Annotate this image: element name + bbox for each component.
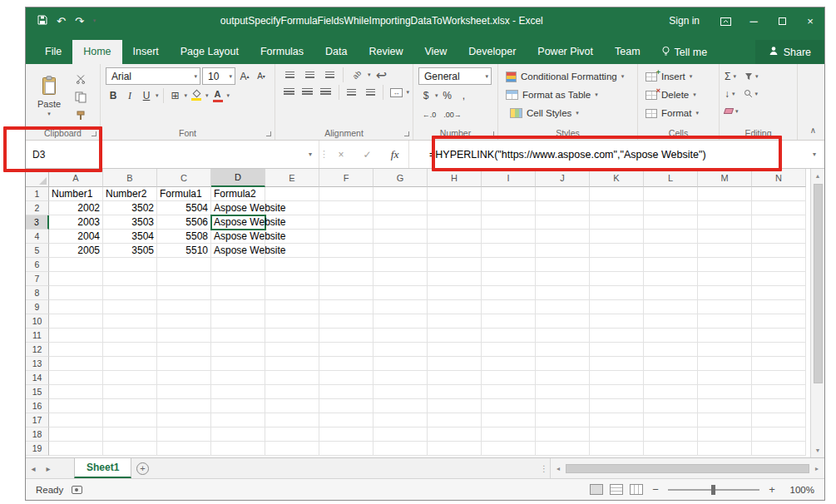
accounting-format-button[interactable]: $ [418, 87, 433, 104]
tab-formulas[interactable]: Formulas [250, 40, 314, 64]
row-header-16[interactable]: 16 [26, 399, 49, 413]
cell-A19[interactable] [49, 442, 103, 456]
cell-L8[interactable] [644, 286, 698, 300]
cell-G14[interactable] [373, 371, 428, 385]
cell-I17[interactable] [482, 413, 536, 427]
cell-L6[interactable] [644, 258, 698, 272]
formula-bar-splitter[interactable]: ⋮ [319, 141, 329, 168]
zoom-slider-thumb[interactable] [711, 485, 715, 495]
cell-K12[interactable] [590, 343, 644, 357]
font-color-button[interactable]: A [210, 87, 225, 104]
tab-file[interactable]: File [34, 40, 72, 64]
cell-J3[interactable] [536, 215, 590, 230]
cell-B7[interactable] [103, 272, 157, 286]
cell-I5[interactable] [482, 244, 536, 258]
cell-E19[interactable] [265, 442, 319, 456]
cell-L7[interactable] [644, 272, 698, 286]
share-button[interactable]: Share [755, 40, 824, 64]
cell-G6[interactable] [373, 258, 428, 272]
cell-F18[interactable] [319, 427, 373, 442]
italic-button[interactable]: I [122, 87, 137, 104]
delete-cells-button[interactable]: × Delete ▾ [643, 86, 715, 104]
cell-C8[interactable] [157, 286, 211, 300]
column-header-C[interactable]: C [157, 169, 211, 187]
cell-C9[interactable] [157, 300, 211, 314]
tell-me-button[interactable]: Tell me [651, 40, 718, 64]
cell-M3[interactable] [698, 215, 752, 230]
cell-H1[interactable] [428, 187, 482, 201]
cell-F5[interactable] [319, 244, 373, 258]
cell-H17[interactable] [428, 413, 482, 427]
format-cells-button[interactable]: Format ▾ [643, 104, 715, 122]
cell-L12[interactable] [644, 343, 698, 357]
cell-B18[interactable] [103, 427, 157, 442]
column-header-D[interactable]: D [211, 169, 265, 187]
cell-M14[interactable] [698, 371, 752, 385]
cell-D15[interactable] [211, 385, 265, 399]
cell-E6[interactable] [265, 258, 319, 272]
tab-home[interactable]: Home [72, 40, 121, 64]
cell-D9[interactable] [211, 300, 265, 314]
zoom-in-button[interactable]: + [766, 483, 778, 496]
cell-H14[interactable] [428, 371, 482, 385]
cell-E16[interactable] [265, 399, 319, 413]
tab-team[interactable]: Team [604, 40, 651, 64]
row-header-8[interactable]: 8 [26, 286, 49, 300]
column-header-J[interactable]: J [536, 169, 590, 187]
cell-C12[interactable] [157, 343, 211, 357]
cell-J5[interactable] [536, 244, 590, 258]
view-page-layout-icon[interactable] [610, 484, 623, 495]
cell-M2[interactable] [698, 201, 752, 215]
cell-L13[interactable] [644, 357, 698, 371]
cell-L5[interactable] [644, 244, 698, 258]
cell-D4[interactable]: Aspose Website [211, 230, 265, 244]
cell-K16[interactable] [590, 399, 644, 413]
row-header-14[interactable]: 14 [26, 371, 49, 385]
cell-H5[interactable] [428, 244, 482, 258]
cell-A7[interactable] [49, 272, 103, 286]
cell-L11[interactable] [644, 329, 698, 343]
cell-F2[interactable] [319, 201, 373, 215]
cell-L17[interactable] [644, 413, 698, 427]
cut-button[interactable] [72, 72, 90, 86]
cell-E15[interactable] [265, 385, 319, 399]
dropdown-icon[interactable]: ▾ [205, 92, 209, 99]
cell-N8[interactable] [752, 286, 806, 300]
dropdown-icon[interactable]: ▾ [435, 92, 438, 99]
cell-J1[interactable] [536, 187, 590, 201]
zoom-level[interactable]: 100% [784, 485, 814, 495]
align-right-button[interactable] [318, 85, 334, 100]
cell-B19[interactable] [103, 442, 157, 456]
cell-J10[interactable] [536, 314, 590, 329]
tab-review[interactable]: Review [358, 40, 413, 64]
row-header-10[interactable]: 10 [26, 314, 49, 329]
cell-I11[interactable] [482, 329, 536, 343]
cell-B1[interactable]: Number2 [103, 187, 157, 201]
cell-C11[interactable] [157, 329, 211, 343]
cell-L4[interactable] [644, 230, 698, 244]
column-header-I[interactable]: I [482, 169, 536, 187]
cell-G15[interactable] [373, 385, 428, 399]
format-as-table-button[interactable]: Format as Table ▾ [503, 86, 634, 104]
cell-D17[interactable] [211, 413, 265, 427]
dropdown-icon[interactable]: ▾ [368, 72, 371, 78]
tab-scroll-splitter[interactable]: ⋮ [538, 458, 550, 478]
align-center-button[interactable] [299, 85, 315, 100]
column-header-F[interactable]: F [319, 169, 373, 187]
cell-G11[interactable] [373, 329, 428, 343]
cell-B11[interactable] [103, 329, 157, 343]
cell-J16[interactable] [536, 399, 590, 413]
cell-C18[interactable] [157, 427, 211, 442]
underline-button[interactable]: U [139, 87, 154, 104]
row-header-19[interactable]: 19 [26, 442, 49, 456]
cell-C1[interactable]: Formula1 [157, 187, 211, 201]
cell-D13[interactable] [211, 357, 265, 371]
find-select-button[interactable]: ▾ [744, 89, 759, 98]
cell-E13[interactable] [265, 357, 319, 371]
cell-J17[interactable] [536, 413, 590, 427]
tab-developer[interactable]: Developer [458, 40, 527, 64]
cell-F11[interactable] [319, 329, 373, 343]
alignment-dialog-launcher-icon[interactable] [404, 131, 409, 136]
cell-N13[interactable] [752, 357, 806, 371]
cell-C14[interactable] [157, 371, 211, 385]
